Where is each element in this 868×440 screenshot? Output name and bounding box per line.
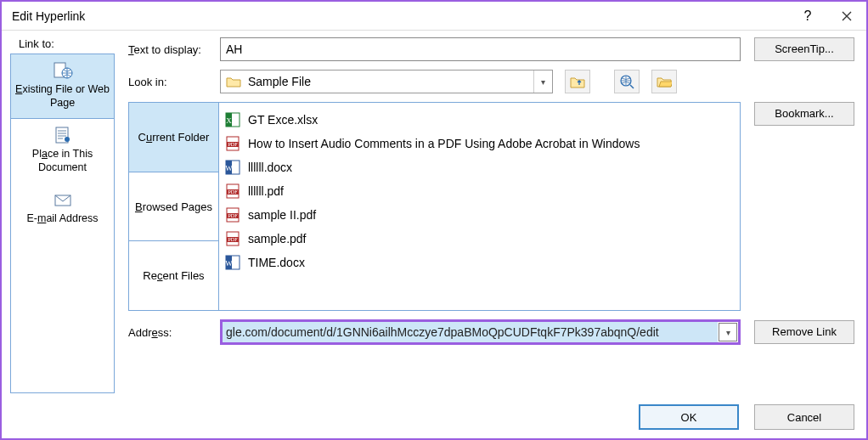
help-button[interactable]: ? [788,2,827,31]
link-to-place-in-doc[interactable]: Place in This Document [11,119,114,183]
file-name: sample.pdf [248,232,306,245]
browse-file-button[interactable] [651,70,677,93]
file-item[interactable]: XGT Exce.xlsx [223,108,736,132]
svg-text:PDF: PDF [228,213,238,218]
screentip-button[interactable]: ScreenTip... [754,37,854,61]
address-combo: ▾ [220,319,741,345]
svg-text:PDF: PDF [228,142,238,147]
svg-text:X: X [226,116,232,125]
tab-current-folder[interactable]: Current Folder [129,103,218,172]
svg-text:W: W [225,259,233,268]
close-button[interactable] [827,2,866,31]
tab-recent-files[interactable]: Recent Files [129,241,218,310]
titlebar: Edit Hyperlink ? [2,2,866,31]
text-to-display-label: Text to display: [128,43,220,56]
look-in-value: Sample File [248,75,533,88]
file-item[interactable]: PDFsample.pdf [223,227,736,251]
file-name: llllll.docx [248,161,292,174]
mail-icon [53,190,73,209]
browse-web-button[interactable] [614,70,640,93]
remove-link-button[interactable]: Remove Link [754,320,854,344]
file-name: llllll.pdf [248,184,284,198]
address-label: Address: [128,326,220,339]
file-item[interactable]: PDFsample II.pdf [223,203,736,227]
svg-point-3 [65,137,70,142]
text-to-display-input[interactable] [220,37,741,61]
file-item[interactable]: PDFHow to Insert Audio Comments in a PDF… [223,132,736,155]
bookmark-button[interactable]: Bookmark... [754,102,854,126]
edit-hyperlink-dialog: Edit Hyperlink ? Link to: Existing File … [0,0,868,440]
chevron-down-icon: ▾ [726,328,730,337]
page-web-icon [53,61,73,80]
folder-open-icon [657,76,672,87]
tab-browsed-pages[interactable]: Browsed Pages [129,172,218,242]
link-to-label: Link to: [10,37,115,50]
svg-text:PDF: PDF [228,237,238,242]
up-one-level-button[interactable] [565,70,590,93]
address-dropdown[interactable]: ▾ [719,323,737,341]
close-icon [842,11,852,21]
svg-text:W: W [225,164,233,172]
chevron-down-icon: ▾ [541,77,545,87]
text-to-display-row: Text to display: ScreenTip... [128,37,854,61]
folder-icon [226,76,241,87]
look-in-label: Look in: [128,76,220,88]
dialog-buttons: OK Cancel [128,404,854,430]
file-item[interactable]: PDFllllll.pdf [223,179,736,203]
address-input[interactable] [223,322,718,342]
address-row: Address: ▾ Remove Link [128,319,854,345]
file-name: sample II.pdf [248,208,316,222]
ok-button[interactable]: OK [639,404,739,430]
svg-text:PDF: PDF [228,189,238,195]
link-to-existing-file[interactable]: Existing File or Web Page [11,54,114,119]
folder-up-icon [570,75,585,88]
doc-pin-icon [53,126,73,144]
window-title: Edit Hyperlink [12,9,788,23]
sub-tabs: Current Folder Browsed Pages Recent File… [128,102,218,311]
file-item[interactable]: WTIME.docx [223,251,736,274]
cancel-button[interactable]: Cancel [754,404,854,430]
look-in-dropdown[interactable]: ▾ [533,71,552,93]
file-name: How to Insert Audio Comments in a PDF Us… [248,137,640,150]
file-browser-row: Current Folder Browsed Pages Recent File… [128,102,854,311]
file-item[interactable]: Wllllll.docx [223,155,736,179]
link-to-column: Link to: Existing File or Web Page [2,31,118,438]
web-search-icon [619,74,634,89]
link-to-panel: Existing File or Web Page Place in This … [10,54,115,393]
file-name: GT Exce.xlsx [248,113,318,127]
look-in-row: Look in: Sample File ▾ [128,70,854,93]
file-name: TIME.docx [248,256,305,269]
look-in-combo[interactable]: Sample File ▾ [220,70,553,93]
link-to-email-address[interactable]: E-mail Address [11,183,114,234]
main-panel: Text to display: ScreenTip... Look in: S… [118,31,866,438]
file-list[interactable]: XGT Exce.xlsxPDFHow to Insert Audio Comm… [218,102,741,311]
